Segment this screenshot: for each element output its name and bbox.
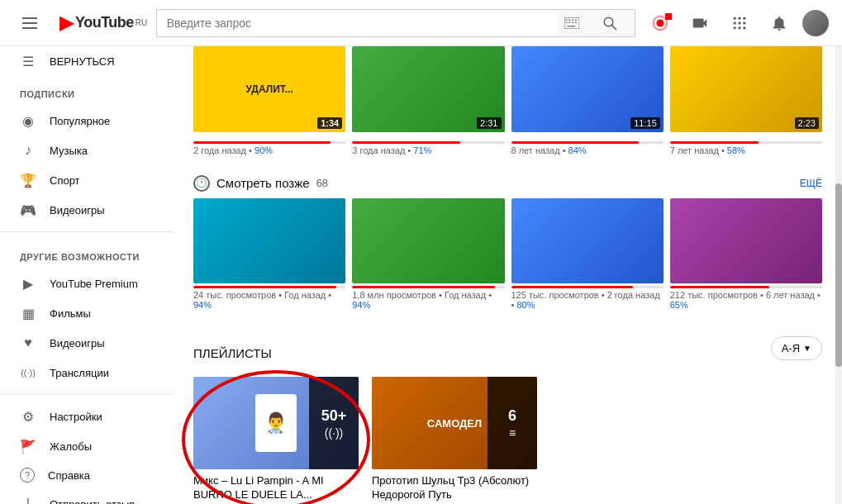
sidebar-videogames-label: Видеоигры [50,337,154,349]
live-button[interactable] [644,7,677,40]
watch-later-section-header: 🕐 Смотреть позже 68 ЕЩЁ [193,162,822,198]
search-icon [602,16,617,31]
sidebar-item-popular[interactable]: ◉ Популярное [0,106,174,136]
playlist-sort-button[interactable]: А-Я ▼ [771,336,822,360]
watch-later-card-2[interactable]: 1,8 млн просмотров • Год назад • 94% [352,198,504,311]
header-right [644,7,829,40]
svg-rect-4 [574,19,576,21]
popular-icon: ◉ [20,112,36,129]
sidebar-settings-label: Настройки [50,411,154,423]
svg-point-12 [656,19,664,26]
movies-icon: ▦ [20,305,36,321]
playlists-row-container: 👨‍⚕️ 50+ ((·)) Микс – Lu Li Pampin - A M… [193,377,822,504]
upload-button[interactable] [683,7,716,40]
svg-point-22 [743,26,745,29]
sidebar-sport-label: Спорт [50,174,154,187]
sidebar-item-streams[interactable]: ((·)) Трансляции [0,358,174,388]
video-thumb-3: 11:15 [511,46,664,132]
camera-icon [691,14,709,32]
playlist-thumb-1: 👨‍⚕️ 50+ ((·)) [193,377,359,469]
svg-rect-6 [568,21,570,23]
apps-button[interactable] [723,7,756,40]
svg-line-11 [612,25,616,29]
svg-point-17 [734,21,736,24]
settings-icon: ⚙ [20,408,36,425]
watch-later-video-row: 24 тыс. просмотров • Год назад • 94% 1,8… [193,198,822,311]
sidebar-item-back[interactable]: ☰ ВЕРНУТЬСЯ [0,46,174,76]
sidebar-item-games[interactable]: 🎮 Видеоигры [0,195,174,225]
video-meta-1: 2 года назад • 90% [193,139,345,155]
video-card-top-1[interactable]: УДАЛИТ... 1:34 [193,46,345,132]
sidebar-item-settings[interactable]: ⚙ Настройки [0,402,174,431]
sidebar-help-label: Справка [48,469,154,482]
sidebar-back-label: ВЕРНУТЬСЯ [50,55,154,68]
video-card-top-3[interactable]: 11:15 [511,46,664,132]
sidebar-item-help[interactable]: ? Справка [0,461,174,489]
streams-icon: ((·)) [20,364,36,381]
back-icon: ☰ [20,53,36,69]
search-input[interactable] [156,9,558,37]
svg-rect-1 [565,19,567,21]
sidebar-premium-label: YouTube Premium [50,278,154,290]
scrollbar-track [835,46,842,504]
playlists-row: 👨‍⚕️ 50+ ((·)) Микс – Lu Li Pampin - A M… [193,377,822,504]
thumb-overlay-text-2: САМОДЕЛ [424,414,485,433]
playlist-filter: А-Я ▼ [771,336,822,360]
header: ▶ YouTube RU [0,0,842,46]
playlist-card-1[interactable]: 👨‍⚕️ 50+ ((·)) Микс – Lu Li Pampin - A M… [193,377,359,504]
keyboard-icon-btn[interactable] [558,9,586,37]
watch-later-eshche[interactable]: ЕЩЁ [800,178,822,189]
video-thumb-1: УДАЛИТ... 1:34 [193,46,345,132]
watch-later-card-1[interactable]: 24 тыс. просмотров • Год назад • 94% [193,198,345,311]
svg-rect-3 [572,19,573,21]
svg-rect-9 [567,26,576,27]
sidebar-item-sport[interactable]: 🏆 Спорт [0,165,174,195]
sidebar-item-feedback[interactable]: ! Отправить отзыв [0,489,174,504]
video-duration-1: 1:34 [317,117,342,129]
sidebar-complaints-label: Жалобы [50,440,154,453]
sidebar-item-music[interactable]: ♪ Музыка [0,136,174,165]
watch-later-card-3[interactable]: 125 тыс. просмотров • 2 года назад • 80% [511,198,664,311]
wl-thumb-2 [352,198,504,284]
music-icon: ♪ [20,142,36,159]
sidebar-movies-label: Фильмы [50,307,154,320]
apps-icon [731,15,748,31]
playlist-title-2: Прототип Шульц Тр3 (Абсолют) Недорогой П… [372,474,537,502]
watch-later-card-4[interactable]: 212 тыс. просмотров • 6 лет назад • 65% [670,198,822,311]
sidebar-item-videogames[interactable]: ♥ Видеоигры [0,328,174,358]
playlist-card-2[interactable]: САМОДЕЛ 6 ≡ Прототип Шульц Тр3 (Абсолют)… [372,377,537,504]
svg-rect-5 [565,21,567,23]
playlists-title: ПЛЕЙЛИСТЫ [193,346,272,360]
flag-icon: 🚩 [20,438,36,454]
bell-icon [770,14,788,32]
scrollbar-thumb[interactable] [835,183,842,367]
youtube-logo[interactable]: ▶ YouTube RU [59,12,147,34]
playlists-section-header: ПЛЕЙЛИСТЫ А-Я ▼ [193,323,822,377]
video-meta-2: 3 года назад • 71% [352,139,504,155]
sidebar-item-complaints[interactable]: 🚩 Жалобы [0,431,174,461]
wl-thumb-1 [193,198,345,284]
keyboard-icon [564,17,579,29]
video-duration-2: 2:31 [477,117,501,129]
premium-icon: ▶ [20,275,36,292]
video-card-top-4[interactable]: 2:23 [670,46,822,132]
feedback-icon: ! [20,496,36,504]
hamburger-button[interactable] [13,7,46,40]
sidebar-music-label: Музыка [50,145,154,157]
sidebar-item-premium[interactable]: ▶ YouTube Premium [0,269,174,298]
logo-icon: ▶ [59,12,74,34]
notifications-button[interactable] [763,7,796,40]
thumb-label-1: УДАЛИТ... [246,83,293,95]
subscriptions-title: ПОДПИСКИ [0,76,174,106]
search-button[interactable] [586,9,635,37]
hamburger-icon [16,11,44,36]
header-center [156,9,635,37]
wl-meta-3: 125 тыс. просмотров • 2 года назад • 80% [511,290,664,310]
playlist-count-icon-1: ((·)) [325,426,344,440]
avatar[interactable] [802,10,829,36]
playlist-title-1: Микс – Lu Li Pampin - A MI BURRO LE DUEL… [193,474,359,502]
video-meta-3: 8 лет назад • 84% [511,139,664,155]
video-card-top-2[interactable]: 2:31 [352,46,504,132]
sidebar-popular-label: Популярное [50,115,154,127]
sidebar-item-movies[interactable]: ▦ Фильмы [0,298,174,328]
